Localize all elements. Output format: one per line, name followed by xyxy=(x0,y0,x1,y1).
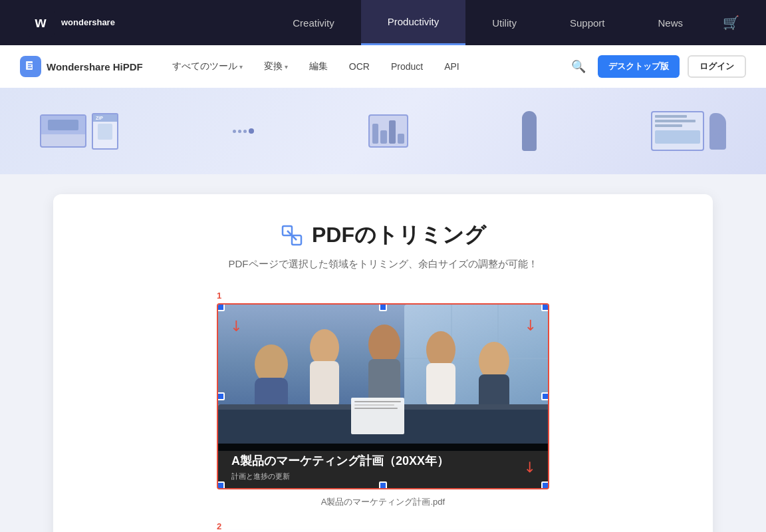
hipdf-nav-actions: 🔍 デスクトップ版 ログイン xyxy=(567,55,746,78)
nav-ocr[interactable]: OCR xyxy=(340,57,379,76)
pdf-preview-frame[interactable]: ↘ ↙ ↖ xyxy=(217,303,549,489)
login-button[interactable]: ログイン xyxy=(688,55,746,78)
nav-item-news[interactable]: News xyxy=(631,0,709,45)
svg-rect-29 xyxy=(354,408,398,409)
page-title: PDFのトリミング xyxy=(93,221,673,250)
nav-item-utility[interactable]: Utility xyxy=(465,0,543,45)
chevron-icon-tools: ▾ xyxy=(239,63,243,70)
nav-item-creativity[interactable]: Creativity xyxy=(266,0,361,45)
office-scene-svg xyxy=(218,305,549,451)
svg-rect-26 xyxy=(351,398,404,434)
cart-icon[interactable]: 🛒 xyxy=(723,15,739,31)
trim-section: 2 トリミング xyxy=(93,521,673,532)
nav-product[interactable]: Product xyxy=(382,57,432,76)
handle-middle-right[interactable] xyxy=(541,392,549,400)
hipdf-logo-svg xyxy=(24,60,37,73)
step-2-label: 2 xyxy=(217,521,221,531)
nav-all-tools[interactable]: すべてのツール ▾ xyxy=(163,57,252,76)
hipdf-logo-icon xyxy=(20,56,41,77)
svg-rect-5 xyxy=(28,67,32,68)
desktop-version-button[interactable]: デスクトップ版 xyxy=(598,55,680,78)
pdf-caption-subtitle: 計画と進捗の更新 xyxy=(231,471,535,481)
person-illustration xyxy=(522,111,537,151)
handle-middle-left[interactable] xyxy=(217,392,225,400)
nav-edit[interactable]: 編集 xyxy=(300,57,337,76)
nav-item-support[interactable]: Support xyxy=(543,0,632,45)
svg-rect-4 xyxy=(28,65,31,66)
hero-far-right-illo xyxy=(651,111,726,151)
svg-rect-3 xyxy=(28,63,33,65)
svg-rect-17 xyxy=(310,361,339,408)
svg-text:w: w xyxy=(34,14,47,31)
nav-api[interactable]: API xyxy=(435,57,469,76)
chart-illustration xyxy=(368,114,408,148)
handle-bottom-middle[interactable] xyxy=(379,481,387,489)
svg-rect-28 xyxy=(354,404,394,406)
monitor-illustration xyxy=(40,114,86,148)
hero-illustrations: ZIP xyxy=(0,104,766,158)
hero-right-illo xyxy=(522,111,537,151)
hero-center-illo xyxy=(368,114,408,148)
top-nav-items: Creativity Productivity Utility Support … xyxy=(266,0,709,45)
main-content: PDFのトリミング PDFページで選択した領域をトリミング、余白サイズの調整が可… xyxy=(0,174,766,532)
pdf-box-illustration xyxy=(651,111,704,151)
page-subtitle: PDFページで選択した領域をトリミング、余白サイズの調整が可能！ xyxy=(93,258,673,271)
chevron-icon-convert: ▾ xyxy=(285,63,288,70)
svg-point-16 xyxy=(310,329,339,366)
hero-dots-1 xyxy=(233,128,254,134)
svg-rect-27 xyxy=(354,401,401,402)
logo-text: wondershare xyxy=(61,17,115,28)
zip-doc-illustration: ZIP xyxy=(92,113,118,150)
hero-banner: ZIP xyxy=(0,88,766,174)
svg-rect-21 xyxy=(426,363,455,406)
nav-convert[interactable]: 変換 ▾ xyxy=(255,57,297,76)
pdf-caption-title: A製品のマーケティング計画（20XX年） xyxy=(231,453,535,469)
cat-illustration xyxy=(709,113,726,150)
nav-item-productivity[interactable]: Productivity xyxy=(361,0,466,45)
handle-bottom-right[interactable] xyxy=(541,481,549,489)
office-photo xyxy=(218,305,548,448)
svg-point-20 xyxy=(426,331,455,368)
page-title-section: PDFのトリミング PDFページで選択した領域をトリミング、余白サイズの調整が可… xyxy=(93,221,673,271)
handle-top-middle[interactable] xyxy=(379,303,387,311)
step-1-label: 1 xyxy=(217,291,221,301)
hipdf-brand-name: Wondershare HiPDF xyxy=(47,61,143,72)
pdf-preview-area: 1 ↘ ↙ ↖ xyxy=(93,291,673,508)
logo-area[interactable]: w wondershare xyxy=(27,9,115,37)
svg-rect-13 xyxy=(404,358,549,359)
svg-point-18 xyxy=(368,325,400,364)
hero-left-illo: ZIP xyxy=(40,113,118,150)
handle-top-right[interactable] xyxy=(541,303,549,311)
content-card: PDFのトリミング PDFページで選択した領域をトリミング、余白サイズの調整が可… xyxy=(53,194,713,532)
wondershare-logo-icon: w xyxy=(27,9,55,37)
hipdf-brand[interactable]: Wondershare HiPDF xyxy=(20,56,143,77)
hipdf-nav-items: すべてのツール ▾ 変換 ▾ 編集 OCR Product API xyxy=(163,57,567,76)
pdf-filename: A製品のマーケティング計画.pdf xyxy=(321,496,445,508)
hipdf-nav: Wondershare HiPDF すべてのツール ▾ 変換 ▾ 編集 OCR … xyxy=(0,45,766,88)
search-button[interactable]: 🔍 xyxy=(567,55,590,78)
crop-icon xyxy=(280,223,304,247)
top-nav: w wondershare Creativity Productivity Ut… xyxy=(0,0,766,45)
handle-top-left[interactable] xyxy=(217,303,225,311)
handle-bottom-left[interactable] xyxy=(217,481,225,489)
